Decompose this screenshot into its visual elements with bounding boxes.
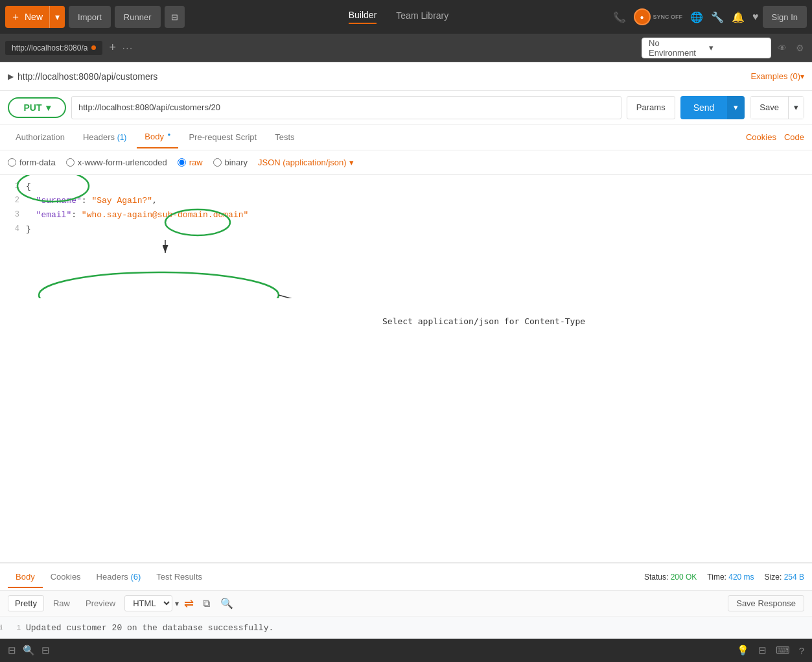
examples-button[interactable]: Examples (0)	[750, 71, 800, 81]
resp-tab-test-results[interactable]: Test Results	[148, 567, 210, 588]
statusbar-right: 💡 ⊟ ⌨ ?	[737, 644, 804, 656]
binary-option[interactable]: binary	[213, 158, 248, 167]
tab-team-library[interactable]: Team Library	[396, 10, 448, 23]
tab-authorization[interactable]: Authorization	[8, 127, 73, 148]
wrap-button[interactable]: ⇌	[181, 597, 196, 611]
bell-icon[interactable]: 🔔	[732, 11, 745, 23]
intercept-icon: ⊟	[171, 12, 178, 22]
val-email: "who.say-again@sub-domain.domain"	[82, 210, 248, 220]
json-chevron-icon: ▾	[349, 158, 354, 167]
heart-icon[interactable]: ♥	[752, 11, 759, 23]
save-button[interactable]: Save	[750, 96, 788, 119]
resp-tab-cookies[interactable]: Cookies	[43, 567, 89, 588]
tab-headers[interactable]: Headers (1)	[75, 127, 134, 148]
keyboard-icon[interactable]: ⌨	[776, 644, 790, 656]
key-email: "email"	[36, 210, 72, 220]
env-eye-button[interactable]: 👁	[775, 43, 789, 53]
status-value: 200 OK	[671, 573, 697, 582]
send-arrow-button[interactable]: ▾	[727, 96, 745, 119]
code-editor-wrapper: 1 { 2 "surname": "Say Again?", 3 "email"…	[0, 175, 812, 562]
send-button[interactable]: Send	[680, 96, 728, 119]
url-tab[interactable]: http://localhost:8080/a	[5, 41, 102, 55]
url-tab-text: http://localhost:8080/a	[12, 43, 87, 53]
request-tabs: Authorization Headers (1) Body ● Pre-req…	[0, 124, 812, 150]
intercept-button[interactable]: ⊟	[165, 6, 185, 28]
sync-circle: ●	[634, 8, 651, 25]
svg-line-3	[279, 295, 376, 298]
size-label: Size: 254 B	[765, 573, 804, 582]
code-line-2: 2 "surname": "Say Again?",	[0, 193, 812, 207]
raw-option[interactable]: raw	[178, 158, 203, 167]
statusbar: ⊟ 🔍 ⊟ 💡 ⊟ ⌨ ?	[0, 639, 812, 662]
code-line-3: 3 "email": "who.say-again@sub-domain.dom…	[0, 207, 812, 222]
save-arrow-button[interactable]: ▾	[788, 96, 804, 119]
annotation-text: Select application/json for Content-Type	[382, 316, 585, 326]
resp-body: ℹ 1 Updated customer 20 on the database …	[0, 617, 812, 639]
bulb-icon[interactable]: 💡	[737, 644, 749, 656]
layout-icon[interactable]: ⊟	[758, 644, 767, 656]
environment-selector[interactable]: No Environment ▾	[642, 38, 771, 58]
body-type-row: form-data x-www-form-urlencoded raw bina…	[0, 150, 812, 175]
response-section: Body Cookies Headers (6) Test Results St…	[0, 562, 812, 639]
resp-preview-button[interactable]: Preview	[79, 596, 122, 611]
breadcrumb-row: ▶ http://localhost:8080/api/customers Ex…	[0, 62, 812, 91]
env-settings-button[interactable]: ⚙	[793, 43, 807, 53]
save-response-button[interactable]: Save Response	[728, 595, 804, 611]
save-button-group: Save ▾	[750, 96, 804, 119]
env-label: No Environment	[649, 38, 704, 58]
code-editor[interactable]: 1 { 2 "surname": "Say Again?", 3 "email"…	[0, 175, 812, 236]
chevron-down-icon: ▾	[175, 599, 179, 608]
url-encoded-option[interactable]: x-www-form-urlencoded	[66, 158, 167, 167]
search-icon[interactable]: 🔍	[216, 597, 237, 609]
resp-format-select[interactable]: HTML	[124, 595, 172, 611]
search-icon[interactable]: 🔍	[23, 644, 35, 656]
tab-add-button[interactable]: +	[106, 41, 119, 54]
examples-chevron: ▾	[800, 72, 804, 81]
env-chevron-icon: ▾	[709, 43, 764, 53]
cookies-link[interactable]: Cookies	[746, 132, 776, 142]
resp-line-1: ℹ 1 Updated customer 20 on the database …	[0, 621, 812, 635]
svg-point-2	[39, 272, 279, 298]
tab-modified-dot	[91, 45, 96, 50]
resp-pretty-button[interactable]: Pretty	[8, 595, 44, 611]
sign-in-button[interactable]: Sign In	[763, 6, 807, 28]
tab-body[interactable]: Body ●	[137, 126, 178, 148]
resp-toolbar: Pretty Raw Preview HTML ▾ ⇌ ⧉ 🔍 Save Res…	[0, 591, 812, 617]
phone-icon[interactable]: 📞	[613, 11, 626, 23]
runner-button[interactable]: Runner	[115, 6, 161, 28]
status-label: Status: 200 OK	[644, 573, 697, 582]
params-button[interactable]: Params	[627, 96, 675, 119]
new-button[interactable]: ＋ New ▾	[5, 6, 65, 28]
sidebar-toggle-icon[interactable]: ⊟	[8, 644, 16, 656]
form-data-option[interactable]: form-data	[8, 158, 56, 167]
json-type-select[interactable]: JSON (application/json) ▾	[258, 158, 354, 167]
method-button[interactable]: PUT ▾	[8, 97, 66, 118]
request-row: PUT ▾ Params Send ▾ Save ▾	[0, 91, 812, 124]
top-nav: ＋ New ▾ Import Runner ⊟ Builder Team Lib…	[0, 0, 812, 34]
resp-headers-badge: (6)	[130, 572, 141, 582]
import-button[interactable]: Import	[69, 6, 111, 28]
nav-icons: 📞 ● SYNC OFF 🌐 🔧 🔔 ♥	[613, 8, 759, 25]
time-value: 420 ms	[728, 573, 754, 582]
copy-button[interactable]: ⧉	[199, 598, 214, 609]
headers-badge: (1)	[117, 133, 127, 142]
url-tabs-row: http://localhost:8080/a + ··· No Environ…	[0, 34, 812, 62]
tab-builder[interactable]: Builder	[349, 10, 377, 24]
resp-line-content: Updated customer 20 on the database succ…	[26, 623, 273, 633]
globe-icon[interactable]: 🌐	[690, 11, 703, 23]
tab-prerequest[interactable]: Pre-request Script	[181, 127, 264, 148]
terminal-icon[interactable]: ⊟	[41, 644, 50, 656]
resp-raw-button[interactable]: Raw	[47, 596, 76, 611]
wrench-icon[interactable]: 🔧	[711, 11, 724, 23]
resp-tab-headers[interactable]: Headers (6)	[89, 567, 149, 588]
url-input[interactable]	[71, 96, 621, 119]
main-content: http://localhost:8080/a + ··· No Environ…	[0, 34, 812, 662]
key-surname: "surname"	[36, 196, 82, 206]
breadcrumb-toggle[interactable]: ▶	[8, 72, 14, 81]
resp-tab-body[interactable]: Body	[8, 567, 43, 588]
help-icon[interactable]: ?	[799, 645, 804, 656]
resp-status: Status: 200 OK Time: 420 ms Size: 254 B	[644, 573, 804, 582]
code-link[interactable]: Code	[784, 132, 804, 142]
tab-more-button[interactable]: ···	[122, 43, 133, 53]
tab-tests[interactable]: Tests	[267, 127, 302, 148]
